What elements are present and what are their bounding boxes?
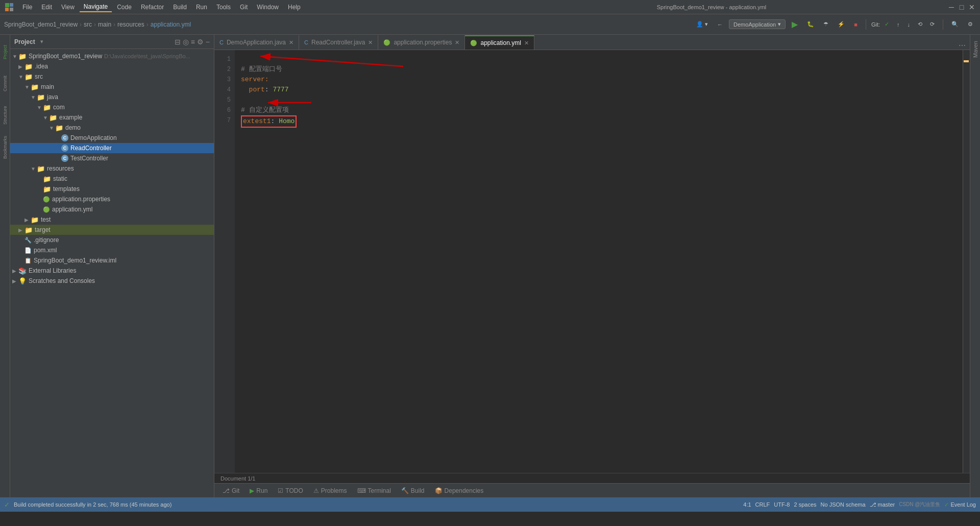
tree-item-demo[interactable]: ▼ 📁 demo (10, 123, 214, 133)
tree-item-pomxml[interactable]: ▶ 📄 pom.xml (10, 245, 214, 255)
commit-sidebar-icon[interactable]: Commit (1, 68, 10, 99)
json-schema[interactable]: No JSON schema (821, 501, 866, 508)
git-history[interactable]: ⟲ (915, 20, 925, 29)
expand-all-button[interactable]: ≡ (191, 38, 195, 46)
encoding[interactable]: UTF-8 (774, 501, 790, 508)
tab-readcontroller[interactable]: C ReadController.java ✕ (299, 35, 378, 50)
bottom-tab-build[interactable]: 🔨 Build (397, 486, 429, 495)
locate-file-button[interactable]: ◎ (183, 38, 189, 46)
menu-refactor[interactable]: Refactor (137, 3, 168, 12)
tree-item-templates[interactable]: ▶ 📁 templates (10, 184, 214, 194)
minimize-button[interactable]: ─ (947, 3, 955, 11)
run-config-selector[interactable]: DemoApplication ▾ (729, 19, 786, 29)
event-log[interactable]: ✓ Event Log (944, 501, 976, 508)
bottom-tab-git[interactable]: ⎇ Git (218, 486, 243, 495)
structure-sidebar-icon[interactable]: Structure (1, 100, 10, 131)
root-label: SpringBoot_demo1_review (29, 53, 102, 60)
git-push[interactable]: ↑ (894, 20, 903, 29)
tree-item-src[interactable]: ▼ 📁 src (10, 71, 214, 82)
breadcrumb-src[interactable]: src (84, 21, 92, 28)
menu-run[interactable]: Run (192, 3, 211, 12)
settings-cog-button[interactable]: ⚙ (197, 38, 204, 46)
menu-window[interactable]: Window (253, 3, 283, 12)
tab-readcontroller-close[interactable]: ✕ (368, 39, 373, 46)
tree-item-iml[interactable]: ▶ 📋 SpringBoot_demo1_review.iml (10, 255, 214, 266)
tree-item-appyml[interactable]: ▶ 🟢 application.yml (10, 204, 214, 214)
tab-appyml-label: application.yml (480, 39, 521, 46)
menu-git[interactable]: Git (236, 3, 252, 12)
project-sidebar-icon[interactable]: Project (1, 37, 10, 67)
cursor-position[interactable]: 4:1 (743, 501, 751, 508)
breadcrumb-file[interactable]: application.yml (151, 21, 191, 28)
tree-item-static[interactable]: ▶ 📁 static (10, 174, 214, 184)
menu-edit[interactable]: Edit (37, 3, 56, 12)
breadcrumb-main[interactable]: main (98, 21, 111, 28)
menu-help[interactable]: Help (284, 3, 305, 12)
editor-content[interactable]: 1 2 3 4 5 6 7 # 配置端口号 server: port: 7777… (214, 50, 970, 473)
tree-item-target[interactable]: ▶ 📁 target (10, 225, 214, 235)
menu-build[interactable]: Build (169, 3, 191, 12)
tree-item-idea[interactable]: ▶ 📁 .idea (10, 61, 214, 71)
tree-item-resources[interactable]: ▼ 📁 resources (10, 163, 214, 174)
tree-item-external-libs[interactable]: ▶ 📚 External Libraries (10, 266, 214, 276)
back-button[interactable]: ← (714, 20, 726, 29)
menu-view[interactable]: View (57, 3, 79, 12)
profile-button[interactable]: 👤 ▾ (693, 20, 711, 29)
tree-item-main[interactable]: ▼ 📁 main (10, 82, 214, 92)
bottom-tab-problems[interactable]: ⚠ Problems (309, 486, 351, 495)
search-button[interactable]: 🔍 (948, 20, 962, 29)
git-pull[interactable]: ↓ (904, 20, 914, 29)
maximize-button[interactable]: □ (958, 3, 966, 11)
tree-item-demoapplication[interactable]: ▶ C DemoApplication (10, 133, 214, 143)
coverage-button[interactable]: ☂ (820, 20, 831, 29)
tree-item-com[interactable]: ▼ 📁 com (10, 102, 214, 112)
git-stash[interactable]: ⟳ (927, 20, 938, 29)
tab-demoapplication[interactable]: C DemoApplication.java ✕ (214, 35, 299, 50)
menu-navigate[interactable]: Navigate (80, 2, 112, 12)
line-ending[interactable]: CRLF (755, 501, 770, 508)
run-button[interactable]: ▶ (789, 18, 801, 30)
root-path: D:\Java\code\test_java\SpringBo... (104, 53, 190, 59)
profile-run-button[interactable]: ⚡ (835, 20, 848, 29)
document-info: Document 1/1 (220, 475, 255, 482)
indent-setting[interactable]: 2 spaces (794, 501, 817, 508)
bottom-tab-todo[interactable]: ☑ TODO (274, 486, 307, 495)
code-editor[interactable]: # 配置端口号 server: port: 7777 # 自定义配置项 exte… (235, 50, 963, 473)
bottom-tab-dependencies[interactable]: 📦 Dependencies (431, 486, 488, 495)
stop-button[interactable]: ■ (851, 20, 861, 29)
tabs-overflow-button[interactable]: ⋯ (954, 41, 970, 50)
collapse-all-button[interactable]: ⊟ (175, 38, 181, 46)
tab-demoapplication-close[interactable]: ✕ (289, 39, 293, 46)
problems-tab-icon: ⚠ (313, 487, 319, 494)
tab-appyml-close[interactable]: ✕ (524, 40, 529, 46)
settings-button[interactable]: ⚙ (965, 20, 976, 29)
tree-item-scratches[interactable]: ▶ 💡 Scratches and Consoles (10, 276, 214, 286)
debug-button[interactable]: 🐛 (804, 20, 817, 29)
tree-item-readcontroller[interactable]: ▶ C ReadController (10, 143, 214, 153)
hide-panel-button[interactable]: − (206, 38, 210, 46)
project-dropdown-arrow[interactable]: ▾ (40, 38, 43, 45)
tree-item-gitignore[interactable]: ▶ 🔧 .gitignore (10, 235, 214, 245)
tree-item-testcontroller[interactable]: ▶ C TestController (10, 153, 214, 163)
maven-label[interactable]: Maven (971, 37, 979, 62)
close-button[interactable]: ✕ (968, 3, 976, 11)
tab-appyml[interactable]: 🟢 application.yml ✕ (465, 35, 534, 50)
tree-item-appproperties[interactable]: ▶ 🟢 application.properties (10, 194, 214, 204)
tab-appproperties-close[interactable]: ✕ (455, 39, 459, 46)
tree-item-test[interactable]: ▶ 📁 test (10, 214, 214, 225)
tab-appproperties[interactable]: 🟢 application.properties ✕ (378, 35, 465, 50)
breadcrumb-resources[interactable]: resources (117, 21, 144, 28)
separator-2 (943, 19, 943, 30)
breadcrumb-project[interactable]: SpringBoot_demo1_review (4, 21, 78, 28)
bottom-tab-run[interactable]: ▶ Run (246, 486, 272, 495)
bookmarks-sidebar-icon[interactable]: Bookmarks (1, 132, 10, 162)
git-branch[interactable]: ⎇ master (870, 501, 895, 508)
git-checkmark[interactable]: ✓ (881, 20, 892, 29)
menu-file[interactable]: File (18, 3, 36, 12)
menu-tools[interactable]: Tools (212, 3, 235, 12)
tree-item-java[interactable]: ▼ 📁 java (10, 92, 214, 102)
tree-item-example[interactable]: ▼ 📁 example (10, 112, 214, 123)
menu-code[interactable]: Code (113, 3, 136, 12)
bottom-tab-terminal[interactable]: ⌨ Terminal (353, 486, 395, 495)
tree-item-root[interactable]: ▼ 📁 SpringBoot_demo1_review D:\Java\code… (10, 51, 214, 61)
